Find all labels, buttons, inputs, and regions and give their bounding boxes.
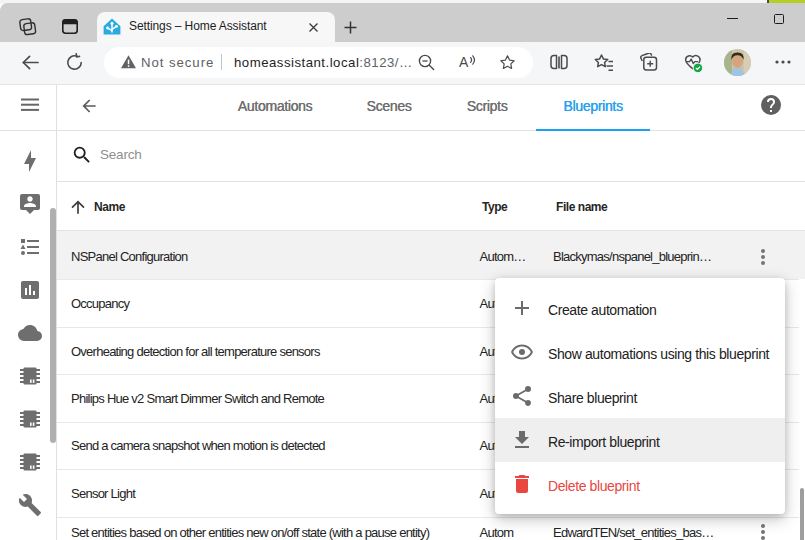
svg-text:A: A: [459, 54, 469, 70]
